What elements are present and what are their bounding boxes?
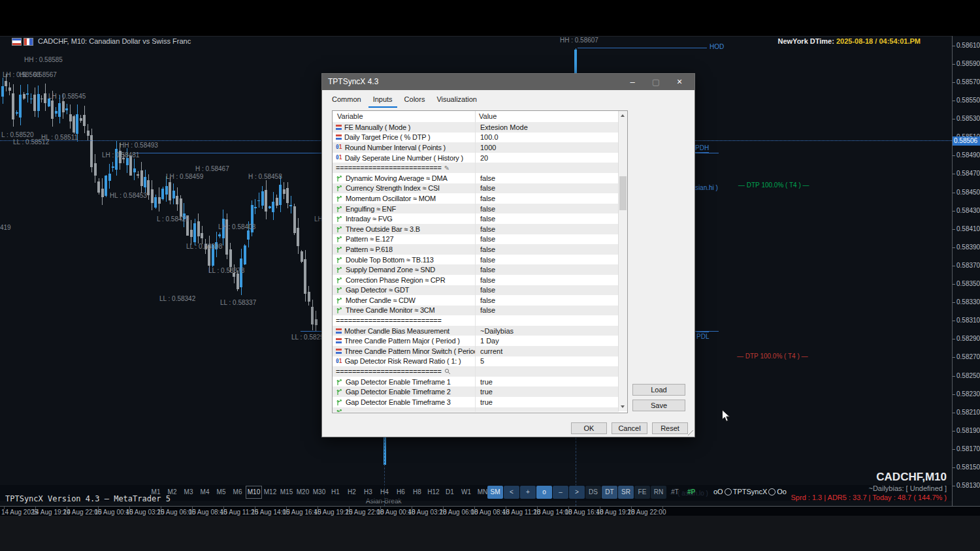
timeframe-button-m3[interactable]: M3 [180,486,197,499]
scroll-up-icon[interactable] [619,111,627,120]
settings-row[interactable]: Gap Detector Enable Timeframe 3true [333,397,619,407]
row-value[interactable]: true [475,386,619,397]
settings-row[interactable]: Momentum Oscillator ≈ MOMfalse [333,193,619,204]
row-value[interactable]: 100.0 [475,133,619,143]
settings-row[interactable]: 01Gap Detector Risk Reward Ratio ( 1: )5 [333,356,619,367]
timeframe-button-h2[interactable]: H2 [344,486,360,499]
row-value[interactable]: false [475,264,619,275]
row-value[interactable]: false [475,255,619,265]
settings-row[interactable]: Supply Demand Zone ≈ SNDfalse [333,264,619,275]
row-value[interactable] [475,407,619,412]
timeframe-button-m5[interactable]: M5 [213,486,229,499]
row-value[interactable]: false [475,244,619,255]
timeframe-button-d1[interactable]: D1 [442,486,458,499]
ok-button[interactable]: OK [571,422,607,434]
table-scrollbar[interactable] [618,111,627,411]
timeframe-button-h1[interactable]: H1 [327,486,344,499]
row-value[interactable]: false [475,285,619,296]
row-value[interactable] [475,163,619,173]
hash-p-button[interactable]: #P [683,486,699,499]
row-value[interactable] [475,366,619,377]
sm-button[interactable]: SM [487,486,503,499]
timeframe-button-h8[interactable]: H8 [409,486,425,499]
ds-button[interactable]: DS [585,486,601,499]
price-axis[interactable]: 0.586100.585900.585700.585500.585300.585… [952,36,980,506]
row-value[interactable]: ~Dailybias [475,326,619,336]
scroll-right-button[interactable]: > [569,486,585,499]
timeframe-button-m10[interactable]: M10 [246,486,262,499]
settings-row[interactable]: Three Candle Pattern Major ( Period )1 D… [333,336,619,346]
timeframe-button-h12[interactable]: H12 [425,486,442,499]
timeframe-button-h6[interactable]: H6 [393,486,409,499]
auto-scroll-button[interactable]: o [536,486,552,499]
settings-row[interactable]: Engulfing ≈ ENFfalse [333,204,619,214]
row-value[interactable] [475,315,619,326]
timeframe-button-m4[interactable]: M4 [197,486,213,499]
timeframe-button-m6[interactable]: M6 [229,486,246,499]
dialog-title-bar[interactable]: TPTSyncX 4.3 – ▢ × [322,74,694,90]
timeframe-button-h4[interactable]: H4 [376,486,393,499]
tab-visualization[interactable]: Visualization [432,93,482,108]
timeframe-button-m30[interactable]: M30 [311,486,327,499]
tab-common[interactable]: Common [327,93,366,108]
row-value[interactable]: current [475,346,619,356]
chart-symbol-icon[interactable] [24,38,33,46]
settings-row[interactable]: Double Top Bottom ≈ TB.113false [333,255,619,265]
settings-row[interactable]: 01Daily Seperate Line Number ( History )… [333,153,619,163]
save-button[interactable]: Save [632,400,685,411]
settings-row[interactable]: Pattern ≈ E.127false [333,234,619,245]
tab-colors[interactable]: Colors [400,93,430,108]
sr-button[interactable]: SR [618,486,634,499]
row-value[interactable]: 5 [475,356,619,367]
settings-row[interactable]: Daily Target Price ( % DTP )100.0 [333,133,619,143]
fe-button[interactable]: FE [634,486,650,499]
hash-t-button[interactable]: #T [667,486,683,499]
circle-icon[interactable] [725,488,732,496]
row-value[interactable]: 1000 [475,142,619,153]
timeframe-button-h3[interactable]: H3 [360,486,376,499]
settings-row[interactable]: ==========================✎ [333,163,619,173]
settings-row[interactable] [333,407,619,412]
timeframe-button-m12[interactable]: M12 [262,486,278,499]
row-value[interactable]: true [475,377,619,387]
settings-row[interactable]: Three Candle Monitor ≈ 3CMfalse [333,306,619,316]
settings-row[interactable]: Gap Detector Enable Timeframe 2true [333,386,619,397]
reset-button[interactable]: Reset [652,422,688,434]
row-value[interactable]: false [475,173,619,183]
resize-grip[interactable] [688,430,693,435]
settings-row[interactable]: Dynamic Moving Average ≈ DMAfalse [333,173,619,183]
settings-row[interactable]: Correction Phase Region ≈ CPRfalse [333,275,619,285]
settings-row[interactable]: ========================== [333,315,619,326]
market-watch-icon[interactable] [12,38,22,46]
row-value[interactable]: false [475,183,619,194]
column-divider[interactable] [475,111,476,122]
settings-row[interactable]: FE Manually ( Mode )Extesion Mode [333,122,619,133]
minimize-button[interactable]: – [621,74,644,90]
settings-row[interactable]: Gap Detector Enable Timeframe 1true [333,377,619,387]
load-button[interactable]: Load [632,384,685,396]
cancel-button[interactable]: Cancel [612,422,647,434]
row-value[interactable]: false [475,295,619,306]
rn-button[interactable]: RN [651,486,666,499]
row-value[interactable]: Extesion Mode [475,122,619,133]
restore-button[interactable]: ▢ [645,74,667,90]
timeframe-button-w1[interactable]: W1 [458,486,474,499]
settings-row[interactable]: Currency Strength Index ≈ CSIfalse [333,183,619,194]
zoom-in-button[interactable]: + [520,486,536,499]
row-value[interactable]: 1 Day [475,336,619,346]
scroll-thumb[interactable] [619,176,627,210]
settings-row[interactable]: Gap Detector ≈ GDTfalse [333,285,619,296]
row-value[interactable]: false [475,204,619,214]
settings-row[interactable]: Pattern ≈ P.618false [333,244,619,255]
time-axis[interactable]: 14 Aug 202514 Aug 19:2014 Aug 22:0015 Au… [0,506,980,516]
row-value[interactable]: false [475,306,619,316]
settings-row[interactable]: Mother Candle ≈ CDWfalse [333,295,619,306]
row-value[interactable]: true [475,397,619,407]
close-button[interactable]: × [668,74,691,90]
timeframe-button-m20[interactable]: M20 [295,486,311,499]
timeframe-button-m15[interactable]: M15 [278,486,295,499]
settings-row[interactable]: Three Outside Bar ≈ 3.Bfalse [333,224,619,234]
settings-row[interactable]: Mother Candle Bias Measurement~Dailybias [333,326,619,336]
row-value[interactable]: false [475,224,619,234]
settings-row[interactable]: Three Candle Pattern Minor Switch ( Peri… [333,346,619,356]
